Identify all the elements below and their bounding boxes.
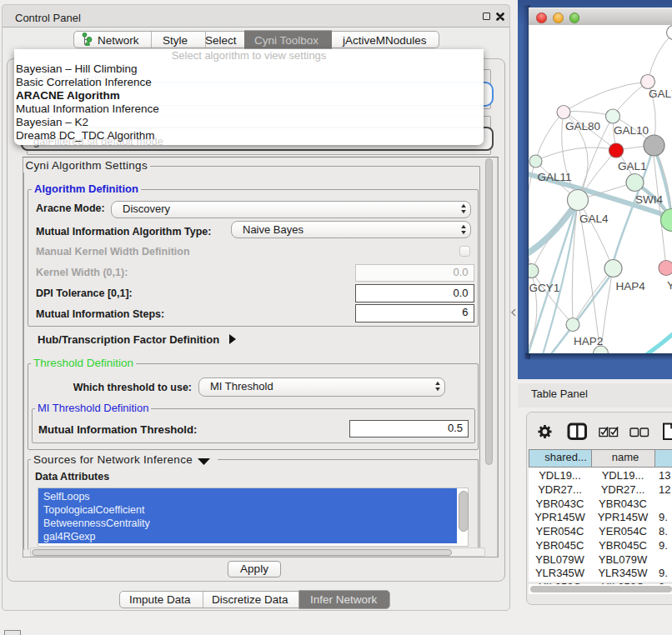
svg-text:GAL11: GAL11 xyxy=(538,171,572,183)
svg-text:SWI4: SWI4 xyxy=(635,193,663,206)
svg-text:GAL10: GAL10 xyxy=(614,124,649,137)
svg-text:GAL80: GAL80 xyxy=(565,120,600,132)
svg-text:YJ: YJ xyxy=(667,279,672,292)
svg-text:HAP2: HAP2 xyxy=(574,335,603,348)
svg-text:GAL1: GAL1 xyxy=(618,160,647,172)
svg-text:GAL7: GAL7 xyxy=(649,88,672,100)
svg-text:GAL4: GAL4 xyxy=(579,212,609,225)
svg-text:HAP4: HAP4 xyxy=(616,280,646,292)
svg-text:GCY1: GCY1 xyxy=(529,282,560,294)
